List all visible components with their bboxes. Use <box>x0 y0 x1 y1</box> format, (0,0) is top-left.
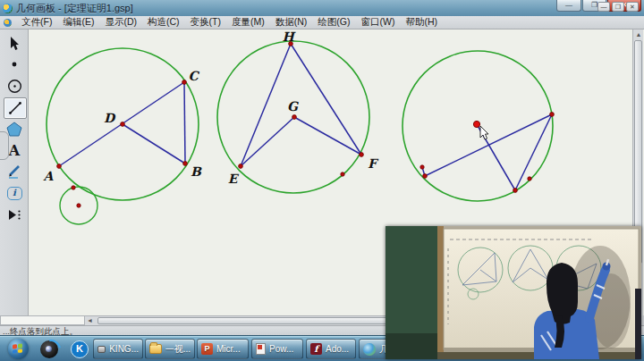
classroom-video-overlay[interactable] <box>386 226 641 359</box>
taskbar-item-label: KING... <box>109 344 139 354</box>
point-right-c3[interactable] <box>550 113 555 117</box>
custom-tool[interactable] <box>4 205 25 224</box>
document-icon <box>4 19 12 27</box>
point-D[interactable] <box>121 122 125 127</box>
menu-construct[interactable]: 构造(C) <box>142 16 185 29</box>
menu-help[interactable]: 帮助(H) <box>400 16 443 29</box>
classroom-scene <box>386 226 641 359</box>
taskbar-item-presentation[interactable]: Pow... <box>251 339 303 359</box>
board-frame-strip <box>437 226 444 359</box>
small-circle-center[interactable] <box>77 204 80 207</box>
taskbar-item-powerpoint[interactable]: P Micr... <box>197 339 249 359</box>
menu-file[interactable]: 文件(F) <box>16 16 57 29</box>
taskbar-item-label: Ado... <box>326 344 349 354</box>
mouse-cursor <box>480 126 488 139</box>
point-tool[interactable] <box>4 55 25 74</box>
bottom-left-pane <box>0 315 85 325</box>
segment-HF[interactable] <box>291 44 361 155</box>
info-icon: i <box>7 187 22 200</box>
label-B: B <box>191 164 202 179</box>
label-C: C <box>188 69 199 83</box>
segment-EH[interactable] <box>241 44 291 166</box>
mdi-restore-button[interactable]: ❐ <box>612 2 624 12</box>
label-E: E <box>228 172 240 186</box>
point-icon <box>11 61 18 68</box>
minimize-button[interactable]: — <box>556 0 581 12</box>
point-C[interactable] <box>182 80 187 85</box>
segments <box>59 44 552 190</box>
menu-measure[interactable]: 度量(M) <box>226 16 270 29</box>
taskbar-item-label: 一视... <box>165 343 191 356</box>
webcam-recorder-icon[interactable] <box>40 340 58 358</box>
k-player-icon[interactable]: K <box>71 340 89 358</box>
mdi-close-button[interactable]: ✕ <box>626 2 639 12</box>
selection-arrow-tool[interactable] <box>4 33 25 53</box>
point-on-circle-3[interactable] <box>528 177 531 180</box>
tool-palette: A i <box>0 29 29 315</box>
chalkboard-bottom <box>386 333 437 359</box>
small-circle-tangent-point[interactable] <box>72 186 75 189</box>
polygon-icon <box>6 122 22 137</box>
window-title: 几何画板 - [定理证明1.gsp] <box>16 2 133 15</box>
point-left-c3[interactable] <box>423 174 428 179</box>
taskbar-item-label: Micr... <box>216 344 241 354</box>
taskbar-item-kingston[interactable]: KING... <box>93 339 143 359</box>
menu-graph[interactable]: 绘图(G) <box>312 16 355 29</box>
label-D: D <box>104 111 116 125</box>
mdi-minimize-button[interactable]: — <box>597 2 610 12</box>
point-B[interactable] <box>183 162 188 166</box>
label-G: G <box>287 99 299 113</box>
label-A: A <box>43 169 55 183</box>
document-file-icon <box>256 343 266 355</box>
usb-drive-icon <box>97 346 106 353</box>
arrow-icon <box>8 37 21 50</box>
windows-flag-icon <box>13 343 23 354</box>
flash-icon: f <box>310 343 322 355</box>
dark-right-edge <box>635 289 641 359</box>
point-bottom-c3[interactable] <box>513 189 518 193</box>
folder-icon <box>149 344 162 354</box>
taskbar-item-label: Pow... <box>269 344 293 354</box>
marker-tool[interactable] <box>4 162 25 181</box>
menu-transform[interactable]: 变换(T) <box>185 16 226 29</box>
camera-lens-icon <box>46 346 52 352</box>
point-A[interactable] <box>57 164 62 169</box>
scroll-up-icon[interactable]: ▲ <box>635 31 642 38</box>
point-on-circle-2[interactable] <box>341 172 344 176</box>
segment-tool-selected[interactable] <box>4 97 27 119</box>
sketchpad-globe-icon <box>363 343 376 356</box>
menu-display[interactable]: 显示(D) <box>99 16 142 29</box>
taskbar-item-adobe-flash[interactable]: f Ado... <box>306 339 356 359</box>
point-labels: A B C D E F G H <box>43 29 379 186</box>
point-F[interactable] <box>360 153 364 157</box>
title-bar: 几何画板 - [定理证明1.gsp] <box>0 0 644 17</box>
segment-CB[interactable] <box>184 82 185 164</box>
menu-data[interactable]: 数据(N) <box>270 16 313 29</box>
segment-GF[interactable] <box>294 117 361 155</box>
hidden-panel-tab[interactable] <box>0 131 9 160</box>
scroll-left-icon[interactable]: ◄ <box>87 317 93 323</box>
label-F: F <box>368 156 379 171</box>
menu-bar: 文件(F) 编辑(E) 显示(D) 构造(C) 变换(T) 度量(M) 数据(N… <box>0 16 644 29</box>
circle-tool[interactable] <box>4 76 25 96</box>
segment-icon <box>8 101 22 115</box>
custom-tool-icon <box>7 208 21 222</box>
menu-window[interactable]: 窗口(W) <box>356 16 401 29</box>
menu-edit[interactable]: 编辑(E) <box>57 16 99 29</box>
segment-EG[interactable] <box>241 117 294 166</box>
desktop-screen: 几何画板 - [定理证明1.gsp] — ❐ ✕ 文件(F) 编辑(E) 显示(… <box>0 0 644 361</box>
point-G[interactable] <box>292 115 297 120</box>
segment-DB[interactable] <box>123 124 185 164</box>
marker-pen-icon <box>7 164 22 179</box>
taskbar-item-folder[interactable]: 一视... <box>145 339 195 359</box>
start-button[interactable] <box>8 339 29 359</box>
compass-circle-icon <box>7 79 22 94</box>
information-tool[interactable]: i <box>4 183 25 203</box>
sketchpad-app-icon <box>3 4 13 13</box>
point-small-c3[interactable] <box>420 165 424 169</box>
point-E[interactable] <box>239 164 243 169</box>
selected-center-point[interactable] <box>473 121 479 127</box>
segment-bottom-right[interactable] <box>515 114 552 190</box>
text-tool-icon: A <box>9 142 20 159</box>
powerpoint-icon: P <box>201 343 213 355</box>
